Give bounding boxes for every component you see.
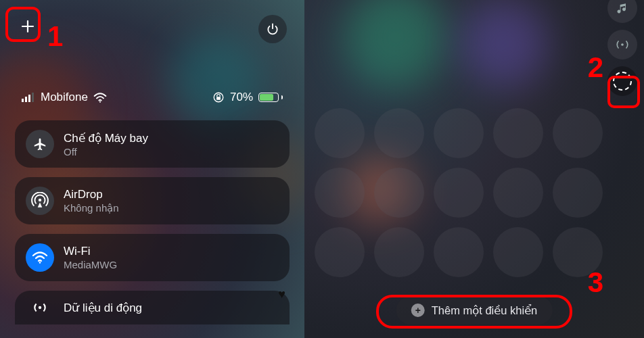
svg-rect-2 bbox=[28, 95, 30, 102]
svg-point-8 bbox=[39, 262, 41, 264]
music-icon[interactable] bbox=[607, 0, 637, 23]
hotspot-icon[interactable] bbox=[607, 30, 637, 59]
empty-slot[interactable] bbox=[374, 227, 424, 277]
empty-slot[interactable] bbox=[374, 108, 424, 158]
empty-slot[interactable] bbox=[493, 108, 543, 158]
airplane-mode-card[interactable]: Chế độ Máy bay Off bbox=[15, 120, 290, 168]
empty-slot[interactable] bbox=[493, 168, 543, 218]
annotation-number-3: 3 bbox=[588, 266, 603, 299]
annotation-box-1 bbox=[5, 7, 41, 42]
power-button[interactable] bbox=[258, 15, 287, 43]
annotation-number-1: 1 bbox=[47, 20, 63, 53]
empty-slot[interactable] bbox=[434, 108, 484, 158]
empty-slot[interactable] bbox=[553, 168, 603, 218]
airplane-title: Chế độ Máy bay bbox=[64, 131, 148, 145]
empty-slot[interactable] bbox=[493, 227, 543, 277]
empty-slot[interactable] bbox=[315, 168, 365, 218]
annotation-number-2: 2 bbox=[588, 51, 603, 84]
svg-rect-0 bbox=[22, 99, 24, 102]
svg-rect-1 bbox=[25, 97, 27, 102]
empty-slot[interactable] bbox=[315, 227, 365, 277]
svg-point-9 bbox=[39, 306, 41, 309]
status-bar: Mobifone 70% bbox=[15, 91, 290, 104]
wifi-title: Wi-Fi bbox=[64, 245, 117, 258]
empty-slot[interactable] bbox=[374, 168, 424, 218]
airdrop-sub: Không nhận bbox=[64, 202, 119, 214]
carrier-label: Mobifone bbox=[41, 91, 88, 104]
empty-slot[interactable] bbox=[434, 227, 484, 277]
cellular-card[interactable]: Dữ liệu di động bbox=[15, 291, 290, 324]
svg-rect-6 bbox=[216, 97, 221, 100]
empty-slot[interactable] bbox=[553, 108, 603, 158]
wifi-card-icon bbox=[26, 243, 54, 272]
battery-icon bbox=[258, 93, 283, 102]
airdrop-icon bbox=[26, 187, 54, 215]
empty-slot[interactable] bbox=[315, 108, 365, 158]
svg-point-10 bbox=[621, 43, 624, 46]
annotation-box-2 bbox=[607, 76, 640, 108]
airplane-icon bbox=[26, 130, 54, 158]
heart-icon: ♥ bbox=[278, 287, 285, 301]
svg-rect-3 bbox=[32, 93, 34, 102]
cellular-icon bbox=[26, 293, 54, 322]
annotation-box-3 bbox=[376, 295, 572, 329]
svg-point-7 bbox=[39, 199, 41, 201]
airdrop-card[interactable]: AirDrop Không nhận bbox=[15, 177, 290, 224]
wifi-card[interactable]: Wi-Fi MediaMWG bbox=[15, 234, 290, 281]
signal-icon bbox=[22, 93, 35, 102]
control-center-right: + Thêm một điều khiển 2 3 bbox=[304, 0, 644, 338]
empty-slot-grid bbox=[315, 108, 603, 277]
control-center-left: Mobifone 70% Chế độ Máy bay Off bbox=[0, 0, 304, 338]
empty-slot[interactable] bbox=[434, 168, 484, 218]
orientation-lock-icon bbox=[212, 91, 225, 103]
battery-pct: 70% bbox=[230, 91, 253, 104]
airplane-sub: Off bbox=[64, 146, 148, 158]
airdrop-title: AirDrop bbox=[64, 188, 119, 201]
cellular-title: Dữ liệu di động bbox=[64, 301, 142, 315]
wifi-icon bbox=[93, 93, 107, 103]
wifi-sub: MediaMWG bbox=[64, 259, 117, 270]
svg-point-4 bbox=[99, 101, 101, 102]
